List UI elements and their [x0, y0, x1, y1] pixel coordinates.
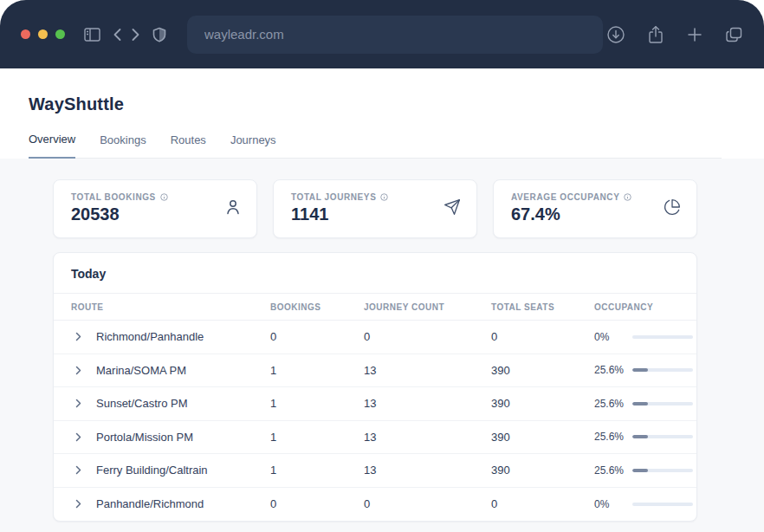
occupancy-bar — [632, 469, 693, 472]
dashboard-content: Total Bookings 20538 — [0, 159, 764, 522]
route-name: Ferry Building/Caltrain — [96, 464, 208, 477]
address-bar[interactable] — [187, 16, 603, 54]
table-row[interactable]: Ferry Building/Caltrain 1 13 390 25.6% — [54, 454, 696, 488]
send-icon — [444, 198, 461, 219]
stat-label-text: Average Occupancy — [511, 192, 619, 202]
table-row[interactable]: Panhandle/Richmond 0 0 0 0% — [54, 488, 696, 522]
occupancy-cell: 25.6% — [594, 464, 693, 477]
page-header: WayShuttle Overview Bookings Routes Jour… — [0, 68, 764, 159]
person-icon — [225, 198, 241, 219]
close-window-button[interactable] — [21, 29, 30, 39]
total-seats-value: 390 — [491, 464, 594, 477]
occupancy-bar — [632, 368, 693, 372]
table-row[interactable]: Portola/Mission PM 1 13 390 25.6% — [54, 421, 696, 455]
stat-value: 20538 — [71, 204, 239, 224]
column-header-bookings: Bookings — [270, 302, 364, 312]
occupancy-value: 25.6% — [594, 364, 625, 376]
stat-label-text: Total Bookings — [71, 192, 156, 202]
table-row[interactable]: Marina/SOMA PM 1 13 390 25.6% — [54, 354, 696, 388]
stat-label: Total Journeys — [291, 192, 459, 202]
occupancy-value: 25.6% — [594, 464, 625, 477]
table-title: Today — [54, 253, 696, 294]
stat-label: Average Occupancy — [511, 192, 679, 202]
table-row[interactable]: Sunset/Castro PM 1 13 390 25.6% — [54, 387, 696, 421]
total-seats-value: 390 — [491, 364, 594, 377]
journey-count-value: 13 — [364, 431, 491, 444]
tab-bookings[interactable]: Bookings — [100, 133, 146, 158]
occupancy-cell: 25.6% — [594, 398, 693, 410]
occupancy-bar-fill — [632, 402, 648, 405]
chevron-right-icon[interactable] — [75, 432, 81, 442]
today-table-card: Today Route Bookings Journey Count Total… — [53, 252, 697, 522]
occupancy-value: 25.6% — [594, 431, 625, 443]
occupancy-cell: 25.6% — [594, 364, 693, 376]
route-name: Marina/SOMA PM — [96, 364, 186, 377]
sidebar-toggle-icon[interactable] — [84, 28, 100, 42]
journey-count-value: 0 — [364, 330, 491, 343]
journey-count-value: 13 — [364, 464, 491, 477]
info-icon[interactable] — [380, 193, 388, 201]
chevron-right-icon[interactable] — [75, 399, 81, 408]
download-icon[interactable] — [606, 25, 625, 44]
tab-bar: Overview Bookings Routes Journeys — [29, 133, 722, 159]
shield-icon[interactable] — [152, 27, 166, 42]
page-title: WayShuttle — [29, 94, 722, 114]
pie-chart-icon — [664, 198, 681, 219]
bookings-value: 1 — [270, 464, 364, 477]
route-cell: Ferry Building/Caltrain — [71, 464, 270, 477]
column-header-route: Route — [71, 302, 270, 312]
occupancy-bar — [632, 503, 693, 506]
route-cell: Marina/SOMA PM — [71, 364, 270, 377]
total-seats-value: 390 — [491, 397, 594, 410]
chevron-right-icon[interactable] — [75, 465, 81, 475]
chevron-right-icon[interactable] — [75, 366, 81, 375]
tab-journeys[interactable]: Journeys — [230, 133, 276, 158]
route-name: Portola/Mission PM — [96, 431, 193, 444]
occupancy-value: 0% — [594, 331, 625, 343]
occupancy-cell: 0% — [594, 331, 693, 343]
route-cell: Panhandle/Richmond — [71, 497, 270, 510]
journey-count-value: 13 — [364, 397, 491, 410]
info-icon[interactable] — [160, 193, 168, 201]
forward-icon[interactable] — [131, 28, 140, 42]
stat-value: 1141 — [291, 204, 459, 224]
info-icon[interactable] — [624, 193, 631, 201]
chevron-right-icon[interactable] — [75, 332, 81, 341]
tab-routes[interactable]: Routes — [171, 133, 206, 158]
occupancy-bar — [632, 435, 693, 438]
url-input[interactable] — [204, 27, 586, 42]
route-name: Panhandle/Richmond — [96, 497, 204, 510]
route-name: Sunset/Castro PM — [96, 397, 188, 410]
bookings-value: 1 — [270, 431, 364, 444]
occupancy-bar — [632, 335, 693, 339]
zoom-window-button[interactable] — [55, 29, 65, 39]
occupancy-bar-fill — [632, 368, 648, 372]
browser-window: WayShuttle Overview Bookings Routes Jour… — [0, 0, 764, 532]
route-cell: Richmond/Panhandle — [71, 330, 270, 343]
window-controls — [21, 29, 65, 39]
column-header-total-seats: Total Seats — [491, 302, 594, 312]
back-icon[interactable] — [113, 28, 122, 42]
stat-cards: Total Bookings 20538 — [53, 179, 697, 238]
minimize-window-button[interactable] — [38, 29, 48, 39]
tab-overview[interactable]: Overview — [29, 133, 75, 159]
column-header-journey-count: Journey Count — [364, 302, 491, 312]
chevron-right-icon[interactable] — [75, 499, 81, 509]
new-tab-icon[interactable] — [686, 26, 703, 43]
occupancy-bar-fill — [632, 469, 648, 472]
total-seats-value: 0 — [491, 497, 594, 510]
total-seats-value: 390 — [491, 431, 594, 444]
journey-count-value: 0 — [364, 497, 491, 510]
share-icon[interactable] — [647, 25, 664, 44]
bookings-value: 1 — [270, 364, 364, 377]
browser-toolbar — [0, 0, 764, 68]
occupancy-cell: 25.6% — [594, 431, 693, 443]
table-row[interactable]: Richmond/Panhandle 0 0 0 0% — [54, 321, 696, 354]
occupancy-value: 25.6% — [594, 398, 625, 410]
table-body: Richmond/Panhandle 0 0 0 0% Marina/SOMA … — [54, 321, 696, 521]
route-cell: Sunset/Castro PM — [71, 397, 270, 410]
bookings-value: 1 — [270, 397, 364, 410]
occupancy-bar-fill — [632, 435, 648, 438]
total-seats-value: 0 — [491, 330, 594, 343]
tabs-overview-icon[interactable] — [725, 26, 743, 43]
